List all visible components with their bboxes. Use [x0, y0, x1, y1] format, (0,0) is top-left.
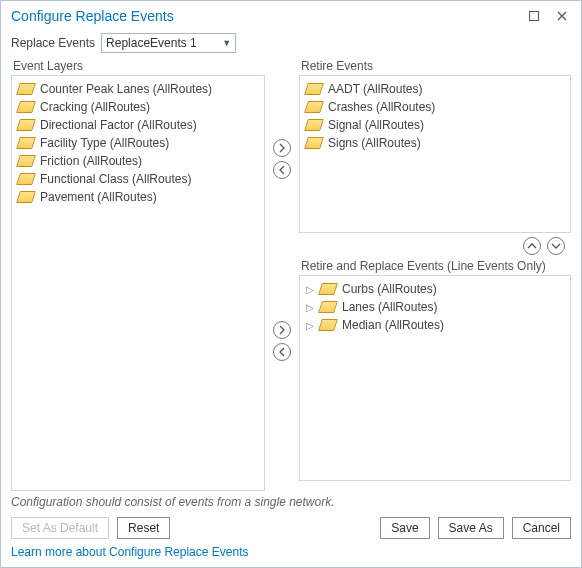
layer-icon [318, 283, 338, 295]
move-retire-buttons [269, 59, 295, 179]
layer-icon [304, 137, 324, 149]
list-item-label: Functional Class (AllRoutes) [40, 172, 191, 186]
move-retire-replace-buttons [269, 299, 295, 361]
list-item[interactable]: ▷Median (AllRoutes) [302, 316, 568, 334]
event-layers-list[interactable]: Counter Peak Lanes (AllRoutes)Cracking (… [11, 75, 265, 491]
set-default-button: Set As Default [11, 517, 109, 539]
combo-row: Replace Events ReplaceEvents 1 ▼ [1, 29, 581, 59]
layer-icon [16, 137, 36, 149]
reorder-buttons [299, 233, 571, 259]
cancel-button[interactable]: Cancel [512, 517, 571, 539]
list-item-label: Median (AllRoutes) [342, 318, 444, 332]
move-left-button-2[interactable] [273, 343, 291, 361]
save-as-button[interactable]: Save As [438, 517, 504, 539]
list-item-label: Pavement (AllRoutes) [40, 190, 157, 204]
window-title: Configure Replace Events [11, 8, 527, 24]
list-item[interactable]: Counter Peak Lanes (AllRoutes) [14, 80, 262, 98]
move-right-button[interactable] [273, 139, 291, 157]
list-item[interactable]: ▷Lanes (AllRoutes) [302, 298, 568, 316]
list-item-label: AADT (AllRoutes) [328, 82, 422, 96]
list-item[interactable]: ▷Curbs (AllRoutes) [302, 280, 568, 298]
layer-icon [304, 119, 324, 131]
combo-value: ReplaceEvents 1 [106, 36, 222, 50]
expand-icon[interactable]: ▷ [306, 320, 314, 331]
titlebar: Configure Replace Events [1, 1, 581, 29]
maximize-icon[interactable] [527, 9, 541, 23]
retire-replace-list[interactable]: ▷Curbs (AllRoutes)▷Lanes (AllRoutes)▷Med… [299, 275, 571, 481]
main-columns: Event Layers Counter Peak Lanes (AllRout… [1, 59, 581, 487]
combo-label: Replace Events [11, 36, 95, 50]
list-item[interactable]: Crashes (AllRoutes) [302, 98, 568, 116]
list-item-label: Crashes (AllRoutes) [328, 100, 435, 114]
close-icon[interactable] [555, 9, 569, 23]
layer-icon [304, 83, 324, 95]
layer-icon [16, 191, 36, 203]
retire-events-label: Retire Events [301, 59, 571, 73]
list-item-label: Lanes (AllRoutes) [342, 300, 437, 314]
list-item-label: Counter Peak Lanes (AllRoutes) [40, 82, 212, 96]
layer-icon [16, 101, 36, 113]
right-column: Retire Events AADT (AllRoutes)Crashes (A… [299, 59, 571, 487]
event-layers-column: Event Layers Counter Peak Lanes (AllRout… [11, 59, 265, 487]
layer-icon [318, 319, 338, 331]
move-right-button-2[interactable] [273, 321, 291, 339]
retire-replace-label: Retire and Replace Events (Line Events O… [301, 259, 571, 273]
list-item-label: Facility Type (AllRoutes) [40, 136, 169, 150]
reset-button[interactable]: Reset [117, 517, 170, 539]
layer-icon [16, 83, 36, 95]
list-item[interactable]: Signs (AllRoutes) [302, 134, 568, 152]
svg-rect-0 [530, 12, 539, 21]
window-controls [527, 9, 573, 23]
list-item-label: Cracking (AllRoutes) [40, 100, 150, 114]
list-item-label: Directional Factor (AllRoutes) [40, 118, 197, 132]
learn-more-link[interactable]: Learn more about Configure Replace Event… [1, 545, 581, 567]
list-item-label: Signs (AllRoutes) [328, 136, 421, 150]
layer-icon [304, 101, 324, 113]
expand-icon[interactable]: ▷ [306, 284, 314, 295]
move-down-button[interactable] [547, 237, 565, 255]
list-item[interactable]: AADT (AllRoutes) [302, 80, 568, 98]
layer-icon [16, 173, 36, 185]
layer-icon [16, 155, 36, 167]
save-button[interactable]: Save [380, 517, 429, 539]
event-layers-label: Event Layers [13, 59, 265, 73]
hint-text: Configuration should consist of events f… [1, 487, 581, 517]
move-left-button[interactable] [273, 161, 291, 179]
list-item-label: Friction (AllRoutes) [40, 154, 142, 168]
list-item[interactable]: Friction (AllRoutes) [14, 152, 262, 170]
dialog-window: Configure Replace Events Replace Events … [0, 0, 582, 568]
list-item[interactable]: Directional Factor (AllRoutes) [14, 116, 262, 134]
list-item[interactable]: Facility Type (AllRoutes) [14, 134, 262, 152]
list-item-label: Signal (AllRoutes) [328, 118, 424, 132]
layer-icon [318, 301, 338, 313]
expand-icon[interactable]: ▷ [306, 302, 314, 313]
replace-events-combo[interactable]: ReplaceEvents 1 ▼ [101, 33, 236, 53]
list-item[interactable]: Functional Class (AllRoutes) [14, 170, 262, 188]
chevron-down-icon: ▼ [222, 38, 231, 48]
list-item-label: Curbs (AllRoutes) [342, 282, 437, 296]
list-item[interactable]: Pavement (AllRoutes) [14, 188, 262, 206]
move-up-button[interactable] [523, 237, 541, 255]
list-item[interactable]: Signal (AllRoutes) [302, 116, 568, 134]
layer-icon [16, 119, 36, 131]
list-item[interactable]: Cracking (AllRoutes) [14, 98, 262, 116]
footer-buttons: Set As Default Reset Save Save As Cancel [1, 517, 581, 545]
retire-events-list[interactable]: AADT (AllRoutes)Crashes (AllRoutes)Signa… [299, 75, 571, 233]
